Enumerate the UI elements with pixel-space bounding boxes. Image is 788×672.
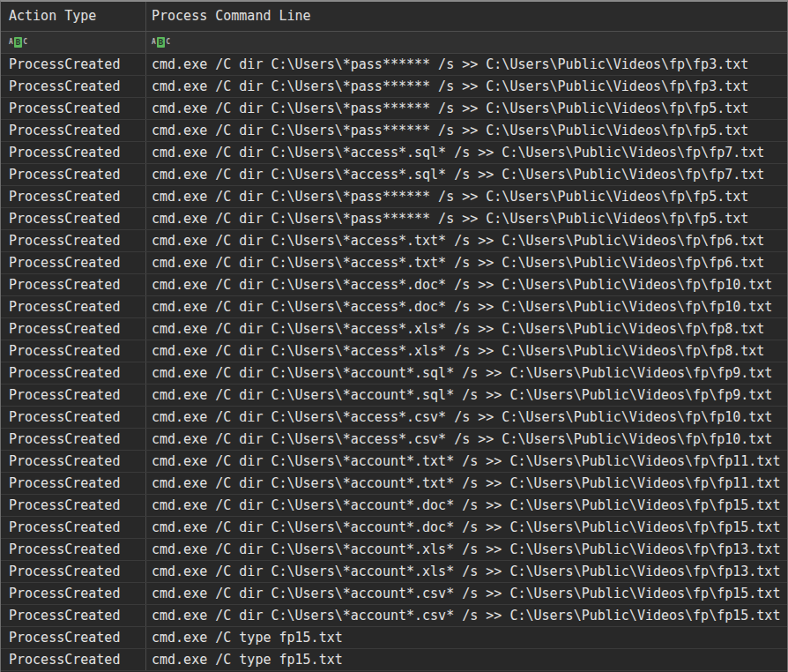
table-row[interactable]: ProcessCreated cmd.exe /C dir C:\Users\*… (1, 605, 787, 627)
table-row[interactable]: ProcessCreated cmd.exe /C dir C:\Users\*… (1, 98, 787, 120)
table-row[interactable]: ProcessCreated cmd.exe /C type fp15.txt (1, 627, 787, 649)
command-line-cell: cmd.exe /C dir C:\Users\*access*.doc* /s… (146, 296, 787, 317)
table-row[interactable]: ProcessCreated cmd.exe /C dir C:\Users\*… (1, 318, 787, 340)
command-line-cell: cmd.exe /C dir C:\Users\*account*.doc* /… (146, 517, 787, 538)
command-line-cell: cmd.exe /C dir C:\Users\*account*.doc* /… (146, 495, 787, 516)
abc-icon-letter-c: C (166, 39, 170, 46)
action-type-cell: ProcessCreated (1, 164, 146, 185)
action-type-cell: ProcessCreated (1, 186, 146, 207)
table-row[interactable]: ProcessCreated cmd.exe /C dir C:\Users\*… (1, 186, 787, 208)
table-row[interactable]: ProcessCreated cmd.exe /C dir C:\Users\*… (1, 208, 787, 230)
command-line-cell: cmd.exe /C dir C:\Users\*account*.xls* /… (146, 561, 787, 582)
action-type-cell: ProcessCreated (1, 473, 146, 494)
text-filter-abc-icon[interactable]: A B C (152, 37, 170, 48)
command-line-cell: cmd.exe /C dir C:\Users\*account*.txt* /… (146, 451, 787, 472)
table-row[interactable]: ProcessCreated cmd.exe /C dir C:\Users\*… (1, 385, 787, 407)
command-line-cell: cmd.exe /C dir C:\Users\*access*.doc* /s… (146, 274, 787, 295)
table-row[interactable]: ProcessCreated cmd.exe /C dir C:\Users\*… (1, 451, 787, 473)
abc-icon-letter-b: B (14, 37, 22, 48)
filter-cell-process-command-line[interactable]: A B C (146, 32, 787, 53)
action-type-cell: ProcessCreated (1, 208, 146, 229)
command-line-cell: cmd.exe /C type fp15.txt (146, 649, 787, 670)
action-type-cell: ProcessCreated (1, 539, 146, 560)
command-line-cell: cmd.exe /C dir C:\Users\*account*.sql* /… (146, 385, 787, 406)
action-type-cell: ProcessCreated (1, 252, 146, 273)
table-row[interactable]: ProcessCreated cmd.exe /C dir C:\Users\*… (1, 142, 787, 164)
column-header-row: Action Type Process Command Line (1, 2, 787, 32)
action-type-cell: ProcessCreated (1, 517, 146, 538)
table-row[interactable]: ProcessCreated cmd.exe /C dir C:\Users\*… (1, 76, 787, 98)
table-row[interactable]: ProcessCreated cmd.exe /C dir C:\Users\*… (1, 495, 787, 517)
table-row[interactable]: ProcessCreated cmd.exe /C dir C:\Users\*… (1, 539, 787, 561)
command-line-cell: cmd.exe /C dir C:\Users\*account*.csv* /… (146, 583, 787, 604)
action-type-cell: ProcessCreated (1, 627, 146, 648)
command-line-cell: cmd.exe /C dir C:\Users\*access*.txt* /s… (146, 230, 787, 251)
command-line-cell: cmd.exe /C dir C:\Users\*access*.csv* /s… (146, 429, 787, 450)
action-type-cell: ProcessCreated (1, 120, 146, 141)
command-line-cell: cmd.exe /C dir C:\Users\*pass****** /s >… (146, 186, 787, 207)
table-row[interactable]: ProcessCreated cmd.exe /C dir C:\Users\*… (1, 583, 787, 605)
command-line-cell: cmd.exe /C dir C:\Users\*access*.xls* /s… (146, 340, 787, 362)
table-body: ProcessCreated cmd.exe /C dir C:\Users\*… (1, 54, 787, 671)
command-line-cell: cmd.exe /C dir C:\Users\*account*.sql* /… (146, 362, 787, 384)
abc-icon-letter-c: C (23, 39, 27, 46)
action-type-cell: ProcessCreated (1, 54, 146, 75)
table-row[interactable]: ProcessCreated cmd.exe /C dir C:\Users\*… (1, 164, 787, 186)
action-type-cell: ProcessCreated (1, 583, 146, 604)
table-row[interactable]: ProcessCreated cmd.exe /C dir C:\Users\*… (1, 517, 787, 539)
table-row[interactable]: ProcessCreated cmd.exe /C dir C:\Users\*… (1, 230, 787, 252)
action-type-cell: ProcessCreated (1, 561, 146, 582)
action-type-cell: ProcessCreated (1, 407, 146, 428)
table-row[interactable]: ProcessCreated cmd.exe /C dir C:\Users\*… (1, 362, 787, 385)
action-type-cell: ProcessCreated (1, 296, 146, 317)
table-row[interactable]: ProcessCreated cmd.exe /C dir C:\Users\*… (1, 561, 787, 583)
action-type-cell: ProcessCreated (1, 318, 146, 340)
command-line-cell: cmd.exe /C dir C:\Users\*pass****** /s >… (146, 120, 787, 141)
command-line-cell: cmd.exe /C dir C:\Users\*access*.txt* /s… (146, 252, 787, 273)
table-row[interactable]: ProcessCreated cmd.exe /C dir C:\Users\*… (1, 296, 787, 318)
table-row[interactable]: ProcessCreated cmd.exe /C dir C:\Users\*… (1, 252, 787, 274)
column-header-action-type[interactable]: Action Type (1, 2, 146, 31)
table-row[interactable]: ProcessCreated cmd.exe /C dir C:\Users\*… (1, 407, 787, 429)
column-header-process-command-line[interactable]: Process Command Line (146, 2, 787, 31)
action-type-cell: ProcessCreated (1, 98, 146, 119)
command-line-cell: cmd.exe /C dir C:\Users\*pass****** /s >… (146, 54, 787, 75)
results-grid: Action Type Process Command Line A B C A… (0, 0, 788, 672)
command-line-cell: cmd.exe /C type fp15.txt (146, 627, 787, 648)
action-type-cell: ProcessCreated (1, 451, 146, 472)
auto-filter-row: A B C A B C (1, 32, 787, 54)
table-row[interactable]: ProcessCreated cmd.exe /C dir C:\Users\*… (1, 54, 787, 76)
table-row[interactable]: ProcessCreated cmd.exe /C dir C:\Users\*… (1, 274, 787, 296)
command-line-cell: cmd.exe /C dir C:\Users\*account*.xls* /… (146, 539, 787, 560)
command-line-cell: cmd.exe /C dir C:\Users\*account*.csv* /… (146, 605, 787, 626)
abc-icon-letter-a: A (152, 39, 156, 46)
table-row[interactable]: ProcessCreated cmd.exe /C dir C:\Users\*… (1, 120, 787, 142)
action-type-cell: ProcessCreated (1, 495, 146, 516)
command-line-cell: cmd.exe /C dir C:\Users\*access*.sql* /s… (146, 164, 787, 185)
action-type-cell: ProcessCreated (1, 429, 146, 450)
action-type-cell: ProcessCreated (1, 142, 146, 163)
table-row[interactable]: ProcessCreated cmd.exe /C type fp15.txt (1, 649, 787, 671)
text-filter-abc-icon[interactable]: A B C (9, 37, 27, 48)
filter-cell-action-type[interactable]: A B C (1, 32, 146, 53)
action-type-cell: ProcessCreated (1, 230, 146, 251)
action-type-cell: ProcessCreated (1, 649, 146, 670)
action-type-cell: ProcessCreated (1, 76, 146, 97)
table-row[interactable]: ProcessCreated cmd.exe /C dir C:\Users\*… (1, 473, 787, 495)
command-line-cell: cmd.exe /C dir C:\Users\*access*.xls* /s… (146, 318, 787, 340)
command-line-cell: cmd.exe /C dir C:\Users\*account*.txt* /… (146, 473, 787, 494)
action-type-cell: ProcessCreated (1, 362, 146, 384)
action-type-cell: ProcessCreated (1, 605, 146, 626)
table-row[interactable]: ProcessCreated cmd.exe /C dir C:\Users\*… (1, 429, 787, 451)
command-line-cell: cmd.exe /C dir C:\Users\*pass****** /s >… (146, 76, 787, 97)
action-type-cell: ProcessCreated (1, 340, 146, 362)
command-line-cell: cmd.exe /C dir C:\Users\*pass****** /s >… (146, 98, 787, 119)
abc-icon-letter-a: A (9, 39, 13, 46)
action-type-cell: ProcessCreated (1, 385, 146, 406)
command-line-cell: cmd.exe /C dir C:\Users\*pass****** /s >… (146, 208, 787, 229)
abc-icon-letter-b: B (157, 37, 165, 48)
table-row[interactable]: ProcessCreated cmd.exe /C dir C:\Users\*… (1, 340, 787, 362)
command-line-cell: cmd.exe /C dir C:\Users\*access*.sql* /s… (146, 142, 787, 163)
command-line-cell: cmd.exe /C dir C:\Users\*access*.csv* /s… (146, 407, 787, 428)
action-type-cell: ProcessCreated (1, 274, 146, 295)
